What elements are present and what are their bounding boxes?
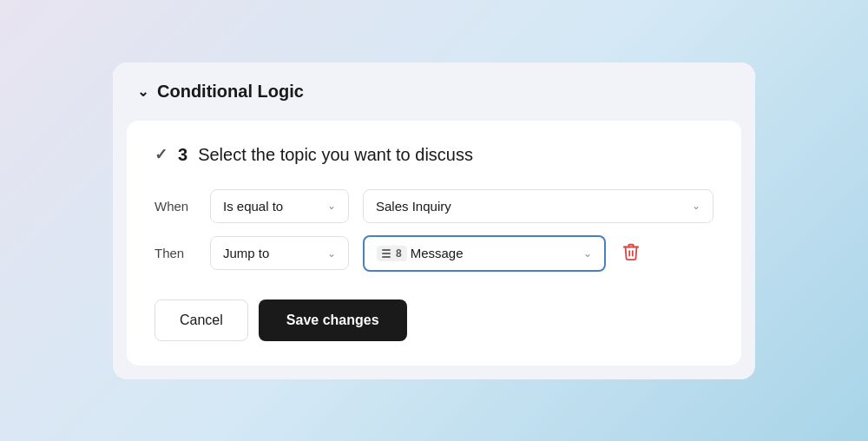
value-chevron-icon: ⌄	[692, 200, 700, 212]
question-number: 3	[178, 145, 187, 165]
badge-lines-icon	[382, 249, 391, 258]
target-message: Message	[411, 246, 464, 260]
question-text: Select the topic you want to discuss	[198, 145, 473, 165]
badge: 8	[377, 246, 407, 261]
then-label: Then	[155, 246, 196, 260]
action-buttons: Cancel Save changes	[155, 299, 713, 341]
inner-card: ✓ 3 Select the topic you want to discuss…	[127, 121, 741, 365]
header-section: ⌄ Conditional Logic	[113, 63, 755, 121]
then-operator-chevron-icon: ⌄	[327, 247, 336, 260]
operator-value: Is equal to	[223, 199, 283, 214]
operator-chevron-icon: ⌄	[327, 200, 336, 212]
then-target-row: 8 Message ⌄	[363, 235, 646, 272]
when-row: When Is equal to ⌄ Sales Inquiry ⌄	[155, 189, 713, 223]
delete-button[interactable]	[616, 237, 646, 269]
operator-select[interactable]: Is equal to ⌄	[210, 189, 349, 223]
target-number: 8	[396, 247, 402, 260]
then-row: Then Jump to ⌄	[155, 235, 713, 272]
trash-icon	[621, 242, 641, 261]
header-title: Conditional Logic	[157, 82, 304, 102]
conditional-logic-card: ⌄ Conditional Logic ✓ 3 Select the topic…	[113, 63, 755, 379]
save-button[interactable]: Save changes	[259, 299, 407, 341]
cancel-button[interactable]: Cancel	[155, 299, 248, 341]
when-label: When	[155, 199, 196, 214]
target-chevron-icon: ⌄	[583, 247, 592, 260]
then-operator-value: Jump to	[223, 246, 269, 260]
then-target-label: 8 Message	[377, 246, 464, 261]
then-operator-select[interactable]: Jump to ⌄	[210, 236, 349, 270]
conditions-area: When Is equal to ⌄ Sales Inquiry ⌄ Then …	[155, 189, 713, 272]
value-select[interactable]: Sales Inquiry ⌄	[363, 189, 713, 223]
check-icon: ✓	[155, 145, 168, 164]
then-target-select[interactable]: 8 Message ⌄	[363, 235, 606, 272]
value-text: Sales Inquiry	[376, 199, 451, 214]
collapse-icon: ⌄	[137, 83, 148, 100]
question-row: ✓ 3 Select the topic you want to discuss	[155, 145, 713, 165]
